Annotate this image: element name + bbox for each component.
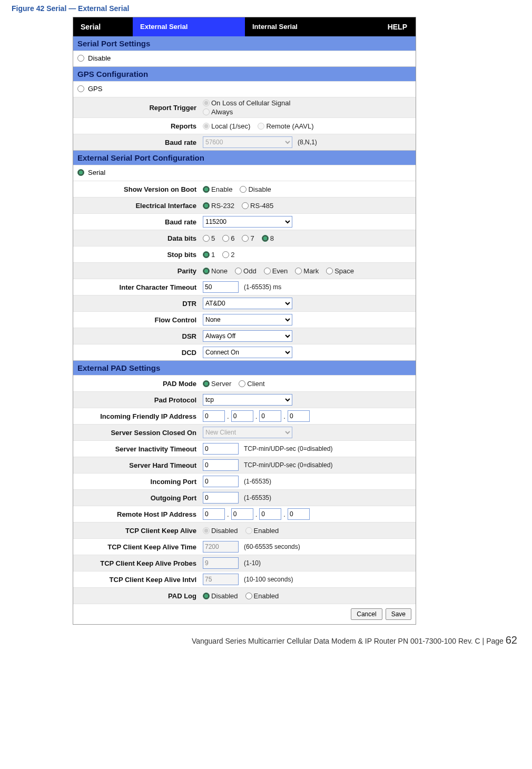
parity-even-label: Even: [272, 267, 288, 275]
trigger-always-radio[interactable]: Always: [203, 108, 290, 116]
padlog-enabled-radio[interactable]: Enabled: [245, 592, 279, 600]
flow-select[interactable]: None: [203, 314, 292, 326]
tab-external-serial[interactable]: External Serial: [133, 17, 245, 36]
padmode-server-label: Server: [211, 380, 231, 388]
ict-hint: (1-65535) ms: [244, 283, 281, 291]
sb1-radio[interactable]: 1: [203, 251, 215, 259]
inport-input[interactable]: [203, 476, 239, 487]
rhost-2-input[interactable]: [259, 508, 281, 520]
gps-radio[interactable]: GPS: [77, 85, 102, 93]
showver-enable-radio[interactable]: Enable: [203, 185, 232, 193]
parity-odd-label: Odd: [243, 267, 257, 275]
serial-radio[interactable]: Serial: [77, 169, 105, 176]
rs232-label: RS-232: [211, 202, 234, 210]
tab-bar: Serial External Serial Internal Serial H…: [73, 17, 416, 36]
tab-help[interactable]: HELP: [379, 17, 416, 36]
padmode-server-radio[interactable]: Server: [203, 380, 231, 388]
rs232-radio[interactable]: RS-232: [203, 202, 234, 210]
db6-radio[interactable]: 6: [222, 234, 234, 242]
rs485-label: RS-485: [250, 202, 273, 210]
trigger-always-label: Always: [211, 108, 233, 116]
padproto-select[interactable]: tcp: [203, 394, 292, 406]
row-gps-baud: Baud rate 57600 (8,N,1): [73, 134, 416, 150]
sb2-label: 2: [231, 251, 234, 259]
trigger-onloss-label: On Loss of Cellular Signal: [211, 99, 290, 107]
parity-space-label: Space: [334, 267, 354, 275]
ssc-select[interactable]: New Client: [203, 427, 292, 438]
ka-enabled-radio[interactable]: Enabled: [245, 527, 279, 535]
section-serial-port: Serial Port Settings: [73, 36, 416, 51]
gps-baud-select[interactable]: 57600: [203, 136, 292, 148]
db5-radio[interactable]: 5: [203, 234, 215, 242]
row-kaprobes: TCP Client Keep Alive Probes (1-10): [73, 555, 416, 571]
ka-enabled-label: Enabled: [254, 527, 279, 535]
baud-select[interactable]: 115200: [203, 216, 292, 228]
sht-input[interactable]: [203, 459, 239, 471]
db7-radio[interactable]: 7: [242, 234, 254, 242]
disable-radio[interactable]: Disable: [77, 54, 111, 62]
outport-input[interactable]: [203, 492, 239, 504]
elec-label: Electrical Interface: [73, 200, 200, 212]
reports-remote-radio[interactable]: Remote (AAVL): [258, 122, 313, 130]
reports-local-radio[interactable]: Local (1/sec): [203, 122, 250, 130]
katime-input[interactable]: [203, 541, 239, 553]
parity-space-radio[interactable]: Space: [326, 267, 354, 275]
baud-label: Baud rate: [73, 216, 200, 228]
sit-label: Server Inactivity Timeout: [73, 443, 200, 455]
db8-radio[interactable]: 8: [262, 234, 274, 242]
trigger-onloss-radio[interactable]: On Loss of Cellular Signal: [203, 99, 290, 107]
ifip-2-input[interactable]: [259, 410, 281, 422]
db7-label: 7: [250, 234, 254, 242]
dcd-select[interactable]: Connect On: [203, 347, 292, 358]
sb2-radio[interactable]: 2: [222, 251, 234, 259]
padmode-client-radio[interactable]: Client: [239, 380, 264, 388]
ifip-3-input[interactable]: [288, 410, 310, 422]
page-footer: Vanguard Series Multicarrier Cellular Da…: [9, 634, 523, 646]
kaprobes-hint: (1-10): [244, 559, 261, 567]
sit-hint: TCP-min/UDP-sec (0=disabled): [244, 445, 332, 452]
dtr-select[interactable]: AT&D0: [203, 298, 292, 309]
kaintvl-hint: (10-100 seconds): [244, 576, 293, 583]
row-outport: Outgoing Port (1-65535): [73, 489, 416, 506]
sht-hint: TCP-min/UDP-sec (0=disabled): [244, 461, 332, 469]
kaprobes-input[interactable]: [203, 557, 239, 569]
cancel-button[interactable]: Cancel: [351, 608, 382, 620]
reports-remote-label: Remote (AAVL): [266, 122, 313, 130]
row-baud: Baud rate 115200: [73, 213, 416, 230]
parity-mark-radio[interactable]: Mark: [295, 267, 319, 275]
rhost-1-input[interactable]: [231, 508, 253, 520]
dsr-select[interactable]: Always Off: [203, 330, 292, 342]
tab-internal-serial[interactable]: Internal Serial: [245, 17, 357, 36]
disable-row: Disable: [73, 51, 416, 66]
parity-even-radio[interactable]: Even: [264, 267, 288, 275]
kaintvl-input[interactable]: [203, 574, 239, 585]
row-show-version: Show Version on Boot Enable Disable: [73, 181, 416, 197]
save-button[interactable]: Save: [386, 608, 411, 620]
row-flow: Flow Control None: [73, 311, 416, 328]
ka-disabled-radio[interactable]: Disabled: [203, 527, 238, 535]
ict-input[interactable]: [203, 281, 239, 293]
rs485-radio[interactable]: RS-485: [242, 202, 273, 210]
tab-serial[interactable]: Serial: [73, 17, 133, 36]
inport-label: Incoming Port: [73, 476, 200, 488]
serial-row: Serial: [73, 165, 416, 181]
rhost-0-input[interactable]: [203, 508, 225, 520]
parity-none-radio[interactable]: None: [203, 267, 228, 275]
ifip-0-input[interactable]: [203, 410, 225, 422]
db5-label: 5: [211, 234, 215, 242]
row-padmode: PAD Mode Server Client: [73, 375, 416, 391]
padlog-disabled-radio[interactable]: Disabled: [203, 592, 238, 600]
reports-label: Reports: [73, 120, 200, 132]
rhost-3-input[interactable]: [288, 508, 310, 520]
ifip-1-input[interactable]: [231, 410, 253, 422]
showver-disable-radio[interactable]: Disable: [240, 185, 271, 193]
parity-odd-radio[interactable]: Odd: [235, 267, 257, 275]
dcd-label: DCD: [73, 347, 200, 359]
outport-label: Outgoing Port: [73, 492, 200, 504]
dsr-label: DSR: [73, 330, 200, 342]
kaprobes-label: TCP Client Keep Alive Probes: [73, 557, 200, 569]
row-parity: Parity None Odd Even Mark Space: [73, 262, 416, 279]
disable-label: Disable: [88, 54, 111, 62]
rhost-label: Remote Host IP Address: [73, 508, 200, 520]
sit-input[interactable]: [203, 443, 239, 455]
